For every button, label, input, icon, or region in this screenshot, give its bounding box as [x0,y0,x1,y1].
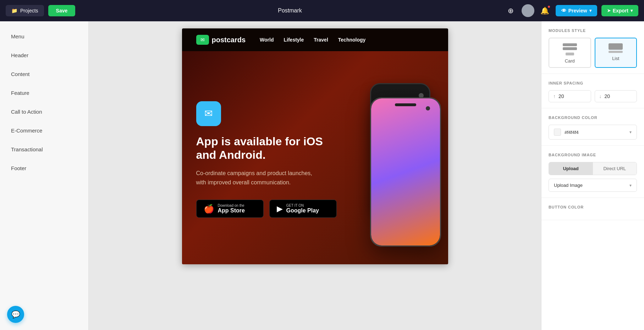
hero-desc: Co-ordinate campaigns and product launch… [196,169,317,187]
left-sidebar: Menu Header Content Feature Call to Acti… [0,21,89,330]
color-chevron-icon: ▾ [629,130,632,135]
bg-color-swatch [554,129,561,136]
chat-icon: 💬 [11,310,20,319]
sidebar-item-content[interactable]: Content [0,65,88,83]
nav-world[interactable]: World [260,37,274,43]
image-tab-row: Upload Direct URL [549,162,637,175]
topbar-left: 📁 Projects Save [6,5,75,16]
right-panel: MODULES STYLE Card [541,21,644,330]
google-play-large: Google Play [286,207,319,214]
sidebar-item-footer[interactable]: Footer [0,159,88,178]
module-style-grid: Card List [549,38,637,68]
list-label: List [612,56,619,61]
bg-color-value: #f4f4f4 [565,130,626,135]
direct-url-tab[interactable]: Direct URL [593,162,637,175]
bg-image-label: BACKGROUND IMAGE [549,153,637,157]
main-layout: Menu Header Content Feature Call to Acti… [0,21,644,330]
eye-icon: 👁 [561,8,566,13]
bg-color-field[interactable]: #f4f4f4 ▾ [549,125,637,140]
save-button[interactable]: Save [48,5,76,16]
email-preview-card: ✉ postcards World Lifestyle Travel Techn… [182,28,448,264]
avatar[interactable] [522,4,534,17]
front-camera-icon [426,106,430,110]
card-label: Card [565,58,575,64]
card-style-option[interactable]: Card [549,38,591,68]
export-label: Export [613,8,628,13]
sidebar-item-call-to-action[interactable]: Call to Action [0,102,88,121]
email-nav: World Lifestyle Travel Technology [260,37,365,43]
spacing-bottom-field[interactable]: ↓ 20 [595,90,637,102]
projects-button[interactable]: 📁 Projects [6,5,44,16]
sidebar-item-transactional[interactable]: Transactional [0,140,88,159]
spacing-grid: ↑ 20 ↓ 20 [549,90,637,102]
spacing-top-value: 20 [558,93,564,99]
app-title: Postmark [278,7,302,14]
logo-text: postcards [212,36,246,44]
sidebar-item-ecommerce[interactable]: E-Commerce [0,121,88,140]
store-buttons: 🍎 Download on the App Store ▶ GET IT ON … [196,200,434,218]
upload-chevron-icon: ▾ [629,183,632,188]
google-play-small: GET IT ON [286,204,319,207]
inner-spacing-section: INNER SPACING ↑ 20 ↓ 20 [541,74,644,108]
email-header: ✉ postcards World Lifestyle Travel Techn… [182,28,448,51]
notifications-button[interactable]: 🔔 [539,4,551,17]
list-style-icon [609,43,623,53]
google-play-button[interactable]: ▶ GET IT ON Google Play [269,200,337,218]
export-chevron-icon: ▾ [631,8,633,13]
modules-style-label: MODULES STYLE [549,28,637,33]
export-arrow-icon: ➤ [607,8,611,13]
sidebar-item-feature[interactable]: Feature [0,83,88,102]
chat-button[interactable]: 💬 [7,306,24,323]
nav-technology[interactable]: Technology [338,37,366,43]
button-color-section: BUTTON COLOR [541,198,644,220]
hero-section: ✉ App is available for iOS and Android. … [182,51,448,264]
card-style-icon [563,43,577,55]
upload-tab[interactable]: Upload [549,162,593,175]
phone-notch [395,103,416,106]
notification-dot [547,5,551,9]
google-play-icon: ▶ [277,204,283,213]
modules-style-section: MODULES STYLE Card [541,21,644,74]
hero-title: App is available for iOS and Android. [196,135,324,162]
nav-lifestyle[interactable]: Lifestyle [284,37,304,43]
sidebar-item-menu[interactable]: Menu [0,27,88,46]
topbar: 📁 Projects Save Postmark ⊕ 🔔 👁 Preview ▾… [0,0,644,21]
plus-icon: ⊕ [508,6,514,15]
export-button[interactable]: ➤ Export ▾ [601,5,638,16]
arrow-down-icon: ↓ [599,93,602,99]
nav-travel[interactable]: Travel [314,37,328,43]
hero-content: ✉ App is available for iOS and Android. … [196,101,434,218]
bg-image-section: BACKGROUND IMAGE Upload Direct URL Uploa… [541,146,644,198]
app-icon: ✉ [196,101,221,126]
add-button[interactable]: ⊕ [505,4,517,17]
logo-icon: ✉ [196,35,209,45]
preview-label: Preview [568,8,587,13]
inner-spacing-label: INNER SPACING [549,81,637,85]
topbar-right: ⊕ 🔔 👁 Preview ▾ ➤ Export ▾ [505,4,638,17]
app-store-large: App Store [218,207,245,214]
sidebar-item-header[interactable]: Header [0,46,88,65]
canvas-area: ✉ postcards World Lifestyle Travel Techn… [89,21,541,330]
app-store-small: Download on the [218,204,245,207]
button-color-label: BUTTON COLOR [549,205,637,209]
arrow-up-icon: ↑ [553,93,556,99]
google-play-text: GET IT ON Google Play [286,204,319,214]
folder-icon: 📁 [11,8,17,13]
projects-label: Projects [20,8,38,13]
spacing-bottom-value: 20 [605,93,610,99]
app-store-button[interactable]: 🍎 Download on the App Store [196,200,264,218]
preview-chevron-icon: ▾ [589,8,591,13]
apple-icon: 🍎 [204,204,214,214]
app-store-text: Download on the App Store [218,204,245,214]
spacing-top-field[interactable]: ↑ 20 [549,90,591,102]
upload-dropdown[interactable]: Upload Image ▾ [549,179,637,192]
app-icon-glyph: ✉ [204,108,213,119]
bg-color-section: BACKGROUND COLOR #f4f4f4 ▾ [541,108,644,146]
upload-image-label: Upload Image [554,183,583,188]
email-logo: ✉ postcards [196,35,246,45]
preview-button[interactable]: 👁 Preview ▾ [556,5,597,16]
list-style-option[interactable]: List [595,38,637,68]
bg-color-label: BACKGROUND COLOR [549,115,637,120]
